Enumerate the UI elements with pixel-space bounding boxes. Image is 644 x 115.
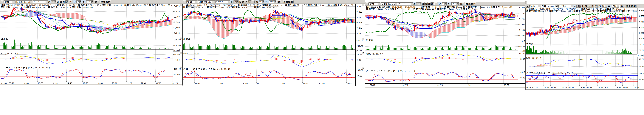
svg-text:9,485: 9,485 [519,34,525,37]
svg-text:16:30: 16:30 [616,87,621,89]
svg-text:9,775: 9,775 [356,16,362,19]
svg-text:09:20: 09:20 [9,82,14,84]
svg-text:03/02: 03/02 [504,84,509,86]
svg-text:出来高: 出来高 [366,39,373,41]
svg-text:MACD( 12, 26, 9 ): MACD( 12, 26, 9 ) [366,53,383,56]
svg-text:100.0: 100.0 [519,71,525,73]
svg-text:10:40: 10:40 [23,82,28,84]
svg-text:MACD( 12, 26, 9 ): MACD( 12, 26, 9 ) [526,57,543,59]
svg-text:9,875: 9,875 [519,7,525,9]
svg-text:MACD( 12, 26, 9 ): MACD( 12, 26, 9 ) [1,53,18,55]
svg-text:185.00: 185.00 [638,43,644,46]
svg-text:100.00: 100.00 [174,68,181,70]
svg-text:02/29: 02/29 [586,87,592,89]
svg-text:0.00: 0.00 [356,59,361,61]
svg-text:12:00: 12:00 [217,83,222,85]
svg-text:スロー・ストキャスティクス( 14, 3, 80, 20 ): スロー・ストキャスティクス( 14, 3, 80, 20 ) [184,68,232,70]
svg-text:9,645: 9,645 [174,32,180,34]
svg-text:40.00: 40.00 [638,78,644,81]
svg-text:12:00: 12:00 [347,83,352,85]
svg-text:45.00: 45.00 [356,54,362,56]
svg-text:出来高: 出来高 [184,38,191,40]
svg-text:Mar: Mar [468,84,471,86]
svg-text:12:00: 12:00 [38,82,43,84]
svg-text:110.0: 110.0 [519,40,525,42]
svg-text:02/28: 02/28 [568,87,574,89]
svg-text:9,725: 9,725 [356,22,362,24]
svg-text:250.00: 250.00 [356,45,363,47]
svg-text:スロー・ストキャスティクス( 14, 3, 80, 20 ): スロー・ストキャスティクス( 14, 3, 80, 20 ) [1,66,50,69]
svg-text:9,625: 9,625 [356,32,362,35]
svg-text:03/02: 03/02 [156,82,161,84]
svg-text:100.00: 100.00 [356,69,363,71]
svg-text:65.00: 65.00 [519,53,525,55]
svg-text:21:20: 21:20 [126,82,132,84]
svg-text:40.00: 40.00 [174,74,180,76]
svg-text:-4.50: -4.50 [174,59,180,61]
svg-text:40.00: 40.00 [356,75,362,77]
svg-text:9,825: 9,825 [356,11,362,13]
svg-text:× 100: × 100 [174,50,178,52]
svg-text:100.00: 100.00 [638,72,644,75]
svg-text:× 100: × 100 [357,50,362,52]
svg-text:02/29: 02/29 [194,83,200,85]
svg-text:MACD( 12, 26, 9 ): MACD( 12, 26, 9 ) [184,53,200,55]
svg-text:45.00: 45.00 [519,46,525,48]
svg-text:スロー・ストキャスティクス( 14, 3, 80, 20 ): スロー・ストキャスティクス( 14, 3, 80, 20 ) [526,71,575,74]
svg-text:-5.00: -5.00 [519,58,525,60]
svg-text:16:30: 16:30 [526,87,531,89]
svg-text:出来高: 出来高 [1,38,8,40]
svg-text:16:30: 16:30 [634,87,639,89]
svg-text:9,735: 9,735 [174,21,180,23]
svg-text:13:20: 13:20 [52,82,58,84]
svg-text:9,780: 9,780 [174,16,180,18]
svg-text:-5.00: -5.00 [638,65,644,68]
svg-text:移動平均( Close, 25 ) 移動平均( Close: 移動平均( Close, 25 ) 移動平均( Close, 20 ) 移動平均… [183,6,277,8]
svg-text:02:40: 02:40 [1,82,6,84]
svg-text:02/25: 02/25 [550,87,556,89]
svg-text:9,560: 9,560 [519,29,525,31]
svg-text:9,690: 9,690 [174,27,180,29]
svg-text:16:30: 16:30 [598,87,603,89]
svg-text:9,640: 9,640 [638,26,644,29]
svg-text:02/24: 02/24 [532,87,538,89]
svg-text:20:00: 20:00 [242,83,248,85]
svg-text:16:30: 16:30 [580,87,585,89]
svg-text:650.00: 650.00 [356,40,363,42]
svg-text:17:20: 17:20 [83,82,88,84]
svg-text:スロー・ストキャスティクス( 14, 3, 80, 20 ): スロー・ストキャスティクス( 14, 3, 80, 20 ) [366,69,415,72]
svg-text:9,825: 9,825 [174,10,180,13]
svg-text:20:00: 20:00 [112,82,117,84]
svg-text:20:00: 20:00 [302,83,308,85]
svg-text:9,870: 9,870 [174,5,180,7]
svg-text:9,715: 9,715 [638,21,644,23]
svg-text:9,560: 9,560 [638,32,644,34]
svg-text:9,485: 9,485 [638,38,644,40]
svg-text:16:30: 16:30 [562,87,567,89]
svg-text:× 1000: × 1000 [638,55,644,57]
svg-text:55.00: 55.00 [638,58,644,60]
svg-text:Mar: Mar [256,83,260,85]
svg-text:130.00: 130.00 [174,44,181,47]
svg-text:9,795: 9,795 [519,12,525,14]
svg-text:出来高: 出来高 [526,42,534,45]
svg-text:02/28: 02/28 [402,84,408,86]
svg-text:移動平均( Close, 5 ) 移動平均( Close,: 移動平均( Close, 5 ) 移動平均( Close, 150 ) 移動平均… [526,10,644,12]
svg-text:01:20: 01:20 [172,82,178,84]
svg-text:75.00: 75.00 [638,49,644,52]
svg-text:305.00: 305.00 [174,39,181,41]
svg-text:12:00: 12:00 [279,83,284,85]
svg-text:9,875: 9,875 [356,5,362,8]
svg-text:9,795: 9,795 [638,15,644,17]
svg-text:Mar: Mar [605,87,608,89]
svg-text:9,640: 9,640 [519,23,525,26]
svg-text:02/29: 02/29 [438,84,443,86]
svg-text:× 100: × 100 [520,50,525,52]
svg-text:14:40: 14:40 [67,82,72,84]
svg-text:16:30: 16:30 [544,87,549,89]
svg-text:移動平均( Close, 75 ) 移動平均( Close: 移動平均( Close, 75 ) 移動平均( Close, 25 ) 移動平均… [366,8,483,10]
svg-text:22:40: 22:40 [141,82,146,84]
svg-text:移動平均( Close, 25 ) 移動平均( Close: 移動平均( Close, 25 ) 移動平均( Close, 20 ) 移動平均… [1,6,94,8]
svg-text:9,715: 9,715 [519,18,525,20]
svg-text:9,675: 9,675 [356,27,362,29]
